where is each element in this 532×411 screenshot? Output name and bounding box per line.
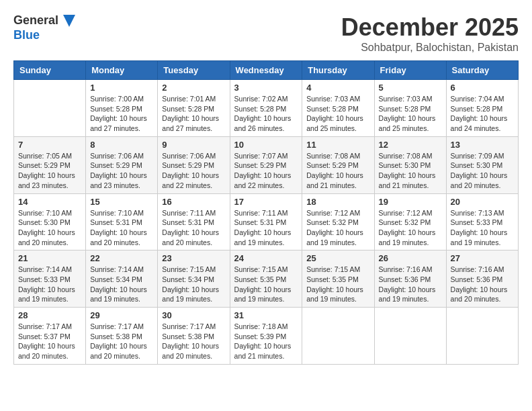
svg-marker-0 [63,15,75,27]
calendar-cell: 11Sunrise: 7:08 AM Sunset: 5:29 PM Dayli… [302,136,374,193]
day-info: Sunrise: 7:17 AM Sunset: 5:38 PM Dayligh… [162,322,225,361]
logo: General Blue [13,13,75,42]
day-info: Sunrise: 7:03 AM Sunset: 5:28 PM Dayligh… [306,94,369,134]
week-row-1: 1Sunrise: 7:00 AM Sunset: 5:28 PM Daylig… [14,80,519,137]
calendar-cell [374,308,446,365]
day-info: Sunrise: 7:04 AM Sunset: 5:28 PM Dayligh… [451,94,514,134]
day-info: Sunrise: 7:05 AM Sunset: 5:29 PM Dayligh… [18,151,81,191]
day-info: Sunrise: 7:13 AM Sunset: 5:33 PM Dayligh… [451,208,514,248]
weekday-header-wednesday: Wednesday [230,61,302,80]
calendar-cell: 31Sunrise: 7:18 AM Sunset: 5:39 PM Dayli… [230,308,302,365]
day-number: 7 [18,140,81,150]
weekday-header-tuesday: Tuesday [158,61,230,80]
calendar-cell: 4Sunrise: 7:03 AM Sunset: 5:28 PM Daylig… [302,80,374,137]
calendar-cell: 12Sunrise: 7:08 AM Sunset: 5:30 PM Dayli… [374,136,446,193]
day-number: 6 [451,83,514,93]
calendar-cell: 25Sunrise: 7:15 AM Sunset: 5:35 PM Dayli… [302,250,374,308]
calendar-cell: 10Sunrise: 7:07 AM Sunset: 5:29 PM Dayli… [230,136,302,193]
calendar-cell: 29Sunrise: 7:17 AM Sunset: 5:38 PM Dayli… [86,308,158,365]
calendar-cell: 26Sunrise: 7:16 AM Sunset: 5:36 PM Dayli… [374,250,446,308]
day-info: Sunrise: 7:15 AM Sunset: 5:35 PM Dayligh… [234,265,298,304]
day-number: 29 [90,310,153,320]
day-info: Sunrise: 7:08 AM Sunset: 5:30 PM Dayligh… [379,151,442,191]
day-number: 27 [451,253,514,263]
day-info: Sunrise: 7:11 AM Sunset: 5:31 PM Dayligh… [234,208,298,248]
calendar-cell: 8Sunrise: 7:06 AM Sunset: 5:29 PM Daylig… [86,136,158,193]
day-info: Sunrise: 7:10 AM Sunset: 5:30 PM Dayligh… [18,208,81,248]
weekday-header-saturday: Saturday [446,61,518,80]
calendar-cell: 13Sunrise: 7:09 AM Sunset: 5:30 PM Dayli… [446,136,518,193]
day-number: 3 [234,83,298,93]
day-info: Sunrise: 7:08 AM Sunset: 5:29 PM Dayligh… [306,151,369,191]
calendar-cell: 20Sunrise: 7:13 AM Sunset: 5:33 PM Dayli… [446,193,518,250]
day-info: Sunrise: 7:07 AM Sunset: 5:29 PM Dayligh… [234,151,298,191]
location: Sohbatpur, Balochistan, Pakistan [341,42,519,54]
day-info: Sunrise: 7:12 AM Sunset: 5:32 PM Dayligh… [306,208,369,248]
day-number: 31 [234,310,298,320]
day-info: Sunrise: 7:11 AM Sunset: 5:31 PM Dayligh… [162,208,225,248]
day-number: 19 [379,197,442,207]
day-info: Sunrise: 7:02 AM Sunset: 5:28 PM Dayligh… [234,94,298,134]
calendar-cell: 1Sunrise: 7:00 AM Sunset: 5:28 PM Daylig… [86,80,158,137]
calendar-cell: 5Sunrise: 7:03 AM Sunset: 5:28 PM Daylig… [374,80,446,137]
day-info: Sunrise: 7:14 AM Sunset: 5:33 PM Dayligh… [18,265,81,304]
calendar-cell: 3Sunrise: 7:02 AM Sunset: 5:28 PM Daylig… [230,80,302,137]
day-number: 18 [306,197,369,207]
calendar-cell: 22Sunrise: 7:14 AM Sunset: 5:34 PM Dayli… [86,250,158,308]
day-info: Sunrise: 7:06 AM Sunset: 5:29 PM Dayligh… [162,151,225,191]
logo-wordmark: General Blue [13,13,75,42]
weekday-header-friday: Friday [374,61,446,80]
calendar-cell: 21Sunrise: 7:14 AM Sunset: 5:33 PM Dayli… [14,250,86,308]
calendar-cell: 9Sunrise: 7:06 AM Sunset: 5:29 PM Daylig… [158,136,230,193]
day-info: Sunrise: 7:16 AM Sunset: 5:36 PM Dayligh… [379,265,442,304]
month-title: December 2025 [341,13,519,42]
day-number: 21 [18,253,81,263]
day-info: Sunrise: 7:15 AM Sunset: 5:34 PM Dayligh… [162,265,225,304]
calendar-cell [14,80,86,137]
day-info: Sunrise: 7:15 AM Sunset: 5:35 PM Dayligh… [306,265,369,304]
day-info: Sunrise: 7:12 AM Sunset: 5:32 PM Dayligh… [379,208,442,248]
day-info: Sunrise: 7:17 AM Sunset: 5:37 PM Dayligh… [18,322,81,361]
weekday-header-thursday: Thursday [302,61,374,80]
calendar-cell: 18Sunrise: 7:12 AM Sunset: 5:32 PM Dayli… [302,193,374,250]
day-number: 9 [162,140,225,150]
day-number: 5 [379,83,442,93]
calendar-cell: 14Sunrise: 7:10 AM Sunset: 5:30 PM Dayli… [14,193,86,250]
week-row-4: 21Sunrise: 7:14 AM Sunset: 5:33 PM Dayli… [14,250,519,308]
calendar-cell: 27Sunrise: 7:16 AM Sunset: 5:36 PM Dayli… [446,250,518,308]
calendar-cell: 19Sunrise: 7:12 AM Sunset: 5:32 PM Dayli… [374,193,446,250]
day-number: 30 [162,310,225,320]
day-info: Sunrise: 7:14 AM Sunset: 5:34 PM Dayligh… [90,265,153,304]
day-info: Sunrise: 7:06 AM Sunset: 5:29 PM Dayligh… [90,151,153,191]
day-number: 24 [234,253,298,263]
day-info: Sunrise: 7:03 AM Sunset: 5:28 PM Dayligh… [379,94,442,134]
page-header: General Blue December 2025 Sohbatpur, Ba… [13,13,519,54]
day-number: 15 [90,197,153,207]
day-number: 20 [451,197,514,207]
week-row-5: 28Sunrise: 7:17 AM Sunset: 5:37 PM Dayli… [14,308,519,365]
weekday-header-sunday: Sunday [14,61,86,80]
day-number: 10 [234,140,298,150]
day-number: 28 [18,310,81,320]
day-number: 12 [379,140,442,150]
calendar-cell [302,308,374,365]
day-number: 2 [162,83,225,93]
title-block: December 2025 Sohbatpur, Balochistan, Pa… [341,13,519,54]
day-info: Sunrise: 7:09 AM Sunset: 5:30 PM Dayligh… [451,151,514,191]
calendar-cell: 6Sunrise: 7:04 AM Sunset: 5:28 PM Daylig… [446,80,518,137]
day-info: Sunrise: 7:17 AM Sunset: 5:38 PM Dayligh… [90,322,153,361]
day-info: Sunrise: 7:00 AM Sunset: 5:28 PM Dayligh… [90,94,153,134]
calendar-cell: 7Sunrise: 7:05 AM Sunset: 5:29 PM Daylig… [14,136,86,193]
calendar-table: SundayMondayTuesdayWednesdayThursdayFrid… [13,60,519,365]
day-number: 1 [90,83,153,93]
calendar-cell: 15Sunrise: 7:10 AM Sunset: 5:31 PM Dayli… [86,193,158,250]
day-number: 11 [306,140,369,150]
day-number: 26 [379,253,442,263]
calendar-cell: 2Sunrise: 7:01 AM Sunset: 5:28 PM Daylig… [158,80,230,137]
week-row-2: 7Sunrise: 7:05 AM Sunset: 5:29 PM Daylig… [14,136,519,193]
day-number: 25 [306,253,369,263]
calendar-cell: 28Sunrise: 7:17 AM Sunset: 5:37 PM Dayli… [14,308,86,365]
calendar-cell [446,308,518,365]
day-number: 13 [451,140,514,150]
calendar-cell: 17Sunrise: 7:11 AM Sunset: 5:31 PM Dayli… [230,193,302,250]
